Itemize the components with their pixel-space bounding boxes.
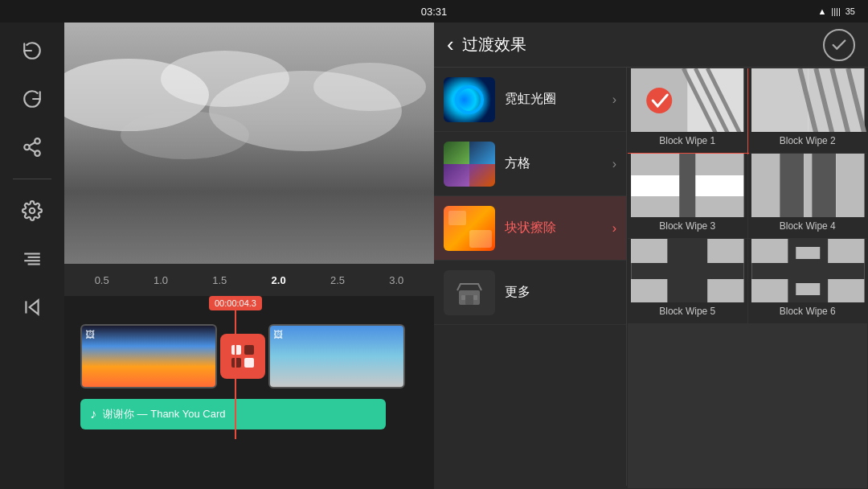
category-list: 霓虹光圈 › 方格 › 块状: [434, 68, 627, 486]
svg-rect-48: [804, 154, 812, 217]
clip-thumbnail-icon: 🖼: [85, 329, 95, 340]
redo-button[interactable]: [12, 79, 52, 119]
svg-point-16: [121, 111, 249, 159]
effect-block-wipe-1[interactable]: Block Wipe 1: [628, 68, 747, 153]
category-thumb-neon-halo: [444, 77, 495, 122]
effect-block-wipe-4[interactable]: Block Wipe 4: [748, 154, 868, 238]
effect-block-wipe-2[interactable]: Block Wipe 2: [748, 68, 868, 153]
settings-button[interactable]: [12, 191, 52, 231]
signal-icon: ||||: [831, 6, 840, 16]
svg-rect-60: [828, 239, 864, 263]
effect-thumb-bw1: [628, 68, 747, 132]
category-item-block-wipe[interactable]: 块状擦除 ›: [434, 196, 626, 261]
effect-thumb-bw2: [748, 68, 868, 132]
svg-rect-52: [631, 239, 667, 263]
ruler-marks: 0.5 1.0 1.5 2.0 2.5 3.0: [72, 274, 426, 286]
undo-button[interactable]: [12, 31, 52, 71]
svg-rect-25: [473, 295, 477, 300]
effect-label-bw2: Block Wipe 2: [780, 135, 836, 146]
video-clip-2[interactable]: 🖼: [268, 324, 405, 388]
effect-label-bw3: Block Wipe 3: [659, 220, 715, 232]
video-clip-1[interactable]: 🖼: [80, 324, 217, 388]
grid-cell-1: [444, 142, 469, 164]
ruler-mark: 1.5: [212, 274, 227, 286]
svg-point-28: [646, 88, 672, 113]
adjust-button[interactable]: [12, 239, 52, 279]
category-name-block-wipe: 块状擦除: [505, 220, 603, 236]
ruler-mark: 0.5: [95, 274, 109, 286]
category-name-more: 更多: [505, 284, 607, 301]
ruler-mark: 1.0: [154, 274, 168, 286]
svg-rect-62: [828, 279, 864, 303]
sidebar-divider: [13, 179, 51, 179]
chevron-right-icon-2: ›: [612, 157, 616, 171]
grid-cell-2: [469, 142, 495, 164]
grid-cell-4: [469, 164, 495, 187]
svg-rect-59: [751, 239, 788, 263]
timeline-area[interactable]: 00:00:04.3 🖼 🖼 ♪ 谢谢你 — Thank You Card: [64, 296, 434, 489]
clip-thumbnail-icon-2: 🖼: [273, 329, 283, 340]
share-button[interactable]: [12, 127, 52, 167]
category-thumb-grid: [444, 142, 495, 187]
svg-point-5: [30, 208, 35, 214]
effect-thumb-bw5: [628, 239, 747, 302]
effect-block-wipe-3[interactable]: Block Wipe 3: [628, 154, 747, 238]
svg-rect-47: [780, 154, 804, 217]
svg-rect-53: [707, 239, 743, 263]
panel-back-button[interactable]: ‹: [447, 32, 454, 57]
svg-rect-61: [751, 279, 788, 303]
svg-line-4: [29, 142, 35, 146]
svg-rect-50: [836, 154, 864, 217]
svg-rect-49: [812, 154, 836, 217]
status-time: 03:31: [421, 6, 448, 18]
svg-rect-46: [751, 154, 780, 217]
category-thumb-more: [444, 270, 495, 315]
preview-image: [64, 23, 434, 264]
status-bar: 03:31 ▲ |||| 35: [0, 0, 868, 23]
left-sidebar: [0, 23, 64, 489]
timeline-ruler: 0.5 1.0 1.5 2.0 2.5 3.0: [64, 264, 434, 296]
svg-rect-55: [707, 279, 743, 303]
battery-icon: 35: [845, 6, 855, 16]
chevron-right-icon: ›: [612, 92, 616, 107]
svg-rect-23: [465, 295, 473, 305]
svg-rect-66: [796, 283, 820, 295]
category-item-neon-halo[interactable]: 霓虹光圈 ›: [434, 68, 626, 132]
panel-confirm-button[interactable]: [823, 29, 855, 61]
effects-grid: Block Wipe 1 Block Wipe 2: [628, 68, 867, 488]
panel-title: 过渡效果: [462, 34, 823, 55]
transitions-panel: ‹ 过渡效果 霓虹光圈 ›: [434, 23, 868, 489]
effect-thumb-bw6: [748, 239, 868, 302]
svg-point-17: [313, 63, 426, 111]
music-label: 谢谢你 — Thank You Card: [103, 407, 225, 421]
ruler-mark: 2.0: [272, 274, 286, 286]
category-thumb-block-wipe: [444, 206, 495, 251]
effect-label-bw1: Block Wipe 1: [659, 135, 715, 146]
effect-block-wipe-5[interactable]: Block Wipe 5: [628, 239, 747, 323]
svg-rect-64: [751, 263, 864, 279]
ruler-mark: 3.0: [389, 274, 403, 286]
category-name-grid: 方格: [505, 155, 603, 172]
svg-rect-54: [631, 279, 667, 303]
svg-rect-57: [631, 263, 743, 279]
svg-rect-34: [751, 68, 808, 132]
chevron-right-icon-3: ›: [612, 221, 616, 236]
effect-label-bw4: Block Wipe 4: [780, 220, 836, 232]
effect-label-bw6: Block Wipe 6: [780, 306, 836, 317]
category-item-more[interactable]: 更多: [434, 261, 626, 325]
effect-thumb-bw3: [628, 154, 747, 217]
category-name-neon-halo: 霓虹光圈: [505, 91, 603, 108]
timeline-playhead: [235, 310, 236, 439]
category-item-grid[interactable]: 方格 ›: [434, 132, 626, 196]
music-icon: ♪: [90, 407, 96, 421]
effect-thumb-bw4: [748, 154, 868, 217]
effect-block-wipe-6[interactable]: Block Wipe 6: [748, 239, 868, 323]
svg-rect-32: [687, 68, 743, 132]
effect-label-bw5: Block Wipe 5: [659, 306, 715, 317]
wifi-icon: ▲: [817, 6, 826, 16]
preview-area: [64, 23, 434, 264]
ruler-mark: 2.5: [330, 274, 345, 286]
svg-line-3: [29, 149, 35, 152]
rewind-button[interactable]: [12, 287, 52, 327]
svg-rect-24: [461, 295, 465, 300]
